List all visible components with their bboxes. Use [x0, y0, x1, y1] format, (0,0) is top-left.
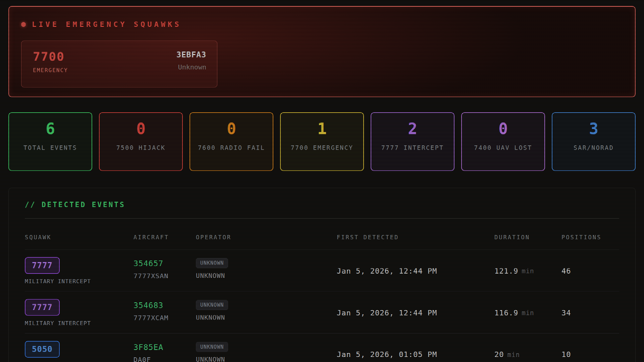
positions-cell: 34 — [561, 299, 619, 326]
aircraft-hex[interactable]: 354683 — [133, 301, 196, 310]
stat-card-7600-radio-fail[interactable]: 0 7600 RADIO FAIL — [190, 112, 273, 171]
table-row[interactable]: 5050 3F85EA DA0F UNKNOWN UNKNOWN Jan 5, … — [25, 334, 619, 362]
stat-label: TOTAL EVENTS — [23, 143, 77, 152]
live-emergency-banner: LIVE EMERGENCY SQUAWKS 7700 EMERGENCY 3E… — [8, 6, 636, 97]
emergency-squawk-card[interactable]: 7700 EMERGENCY 3EBFA3 Unknown — [21, 41, 217, 87]
squawk-dashboard: LIVE EMERGENCY SQUAWKS 7700 EMERGENCY 3E… — [0, 0, 644, 362]
stat-card-7500-hijack[interactable]: 0 7500 HIJACK — [99, 112, 183, 171]
operator-cell: UNKNOWN UNKNOWN — [196, 341, 337, 362]
aircraft-callsign: Unknown — [176, 63, 206, 71]
stat-value: 1 — [317, 121, 327, 136]
col-aircraft: AIRCRAFT — [133, 234, 196, 241]
squawk-code-block: 7700 EMERGENCY — [33, 50, 68, 79]
aircraft-registration: 7777XCAM — [133, 314, 196, 322]
aircraft-cell: 354683 7777XCAM — [133, 299, 196, 326]
operator-badge: UNKNOWN — [196, 300, 228, 310]
stat-label: 7400 UAV LOST — [474, 143, 532, 152]
stat-label: SAR/NORAD — [574, 143, 614, 152]
stat-label: 7600 RADIO FAIL — [198, 143, 265, 152]
first-detected-cell: Jan 5, 2026, 01:05 PM — [337, 341, 494, 362]
table-row[interactable]: 7777 MILITARY INTERCEPT 354683 7777XCAM … — [25, 292, 619, 334]
operator-badge: UNKNOWN — [196, 258, 228, 268]
stats-row: 6 TOTAL EVENTS 0 7500 HIJACK 0 7600 RADI… — [8, 112, 636, 171]
stat-card-7400-uav-lost[interactable]: 0 7400 UAV LOST — [461, 112, 545, 171]
stat-value: 0 — [227, 121, 236, 136]
duration-value: 121.9 — [494, 267, 518, 275]
squawk-cell: 5050 — [25, 341, 133, 362]
stat-label: 7700 EMERGENCY — [291, 143, 354, 152]
positions-cell: 10 — [561, 341, 619, 362]
stat-label: 7500 HIJACK — [116, 143, 166, 152]
live-status-dot-icon — [21, 22, 26, 27]
col-first-detected: FIRST DETECTED — [337, 234, 494, 241]
stat-value: 3 — [589, 121, 598, 136]
panel-divider — [25, 218, 619, 219]
aircraft-cell: 3F85EA DA0F — [133, 341, 196, 362]
squawk-cell: 7777 MILITARY INTERCEPT — [25, 257, 133, 285]
aircraft-hex: 3EBFA3 — [176, 50, 206, 59]
operator-name: UNKNOWN — [196, 272, 337, 279]
stat-label: 7777 INTERCEPT — [381, 143, 444, 152]
duration-value: 116.9 — [494, 309, 518, 317]
panel-title: // DETECTED EVENTS — [25, 201, 619, 209]
operator-cell: UNKNOWN UNKNOWN — [196, 257, 337, 285]
aircraft-hex[interactable]: 354657 — [133, 259, 196, 268]
stat-value: 0 — [136, 121, 146, 136]
squawk-badge: 7777 — [25, 257, 60, 274]
banner-title: LIVE EMERGENCY SQUAWKS — [32, 20, 181, 28]
stat-value: 2 — [408, 121, 417, 136]
stat-value: 0 — [498, 121, 508, 136]
aircraft-hex[interactable]: 3F85EA — [133, 343, 196, 352]
duration-unit: min — [522, 267, 534, 275]
first-detected-cell: Jan 5, 2026, 12:44 PM — [337, 299, 494, 326]
operator-name: UNKNOWN — [196, 314, 337, 321]
duration-cell: 121.9 min — [494, 257, 561, 285]
banner-header: LIVE EMERGENCY SQUAWKS — [21, 20, 623, 28]
detected-events-panel: // DETECTED EVENTS SQUAWK AIRCRAFT OPERA… — [8, 188, 636, 362]
squawk-code: 7700 — [33, 50, 68, 63]
aircraft-cell: 354657 7777XSAN — [133, 257, 196, 285]
duration-cell: 20 min — [494, 341, 561, 362]
stat-card-7700-emergency[interactable]: 1 7700 EMERGENCY — [280, 112, 364, 171]
stat-card-total-events[interactable]: 6 TOTAL EVENTS — [8, 112, 92, 171]
operator-badge: UNKNOWN — [196, 342, 228, 352]
aircraft-registration: DA0F — [133, 356, 196, 362]
operator-name: UNKNOWN — [196, 356, 337, 362]
squawk-type-label: MILITARY INTERCEPT — [25, 278, 91, 285]
duration-value: 20 — [494, 350, 504, 359]
col-positions: POSITIONS — [561, 234, 619, 241]
squawk-cell: 7777 MILITARY INTERCEPT — [25, 299, 133, 326]
col-operator: OPERATOR — [196, 234, 337, 241]
operator-cell: UNKNOWN UNKNOWN — [196, 299, 337, 326]
stat-card-sar-norad[interactable]: 3 SAR/NORAD — [552, 112, 636, 171]
duration-unit: min — [507, 351, 520, 358]
stat-value: 6 — [46, 121, 55, 136]
aircraft-registration: 7777XSAN — [133, 272, 196, 280]
squawk-badge: 5050 — [25, 341, 60, 358]
table-row[interactable]: 7777 MILITARY INTERCEPT 354657 7777XSAN … — [25, 250, 619, 292]
first-detected-cell: Jan 5, 2026, 12:44 PM — [337, 257, 494, 285]
col-squawk: SQUAWK — [25, 234, 133, 241]
events-table-header: SQUAWK AIRCRAFT OPERATOR FIRST DETECTED … — [25, 234, 619, 250]
positions-cell: 46 — [561, 257, 619, 285]
squawk-badge: 7777 — [25, 299, 60, 316]
aircraft-id-block: 3EBFA3 Unknown — [176, 50, 206, 79]
col-duration: DURATION — [494, 234, 561, 241]
duration-cell: 116.9 min — [494, 299, 561, 326]
squawk-type-label: MILITARY INTERCEPT — [25, 320, 91, 326]
squawk-type: EMERGENCY — [33, 67, 68, 73]
stat-card-7777-intercept[interactable]: 2 7777 INTERCEPT — [371, 112, 454, 171]
duration-unit: min — [522, 309, 534, 316]
